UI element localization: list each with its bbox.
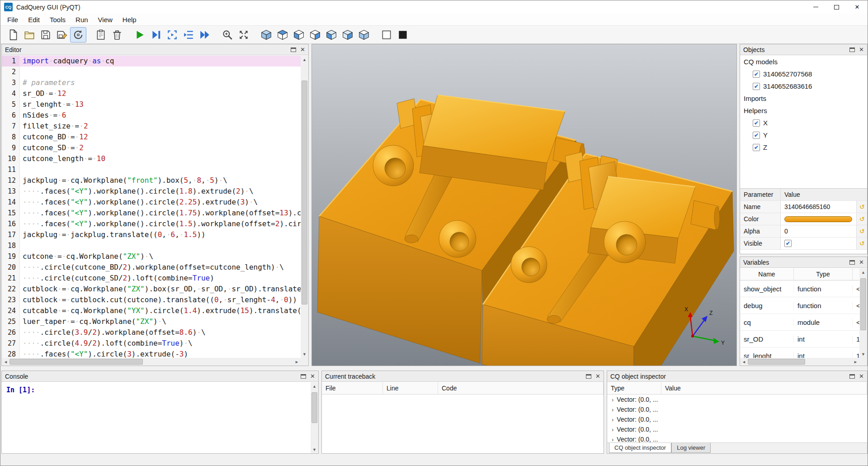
render-button[interactable] — [132, 27, 148, 43]
console-vertical-scrollbar[interactable]: ▲ ▼ — [311, 382, 318, 453]
tree-group-cq-models[interactable]: CQ models — [740, 56, 867, 68]
code-line[interactable]: 5sr_lenght·=·13 — [2, 99, 301, 110]
code-line[interactable]: 4sr_OD·=·12 — [2, 88, 301, 99]
color-swatch[interactable] — [784, 216, 852, 222]
chevron-right-icon[interactable]: › — [612, 426, 613, 433]
float-panel-icon[interactable] — [291, 48, 296, 52]
zoom-button[interactable] — [219, 27, 236, 43]
tab-cq-object-inspector[interactable]: CQ object inspector — [609, 443, 671, 453]
scroll-track[interactable] — [859, 276, 867, 350]
tree-item-model[interactable]: 3140652707568 — [740, 68, 867, 80]
code-line[interactable]: 13····.faces("<Y").workplane().circle(1.… — [2, 186, 301, 197]
scroll-thumb[interactable] — [302, 81, 307, 304]
code-line[interactable]: 20····.circle(cutcone_BD/2).workplane(of… — [2, 262, 301, 273]
variable-row[interactable]: debugfunction<f — [740, 297, 859, 314]
code-line[interactable]: 26····.circle(3.9/2).workplane(offset=8.… — [2, 327, 301, 338]
code-line[interactable]: 18 — [2, 240, 301, 251]
variable-row[interactable]: show_objectfunction<f — [740, 281, 859, 297]
menu-view[interactable]: View — [93, 14, 118, 25]
traceback-header-file[interactable]: File — [322, 382, 383, 394]
code-line[interactable]: 16····.faces("<Y").workplane().circle(1.… — [2, 219, 301, 229]
variables-header-name[interactable]: Name — [740, 268, 794, 280]
step-over-button[interactable] — [180, 27, 197, 43]
code-line[interactable]: 17jackplug·=·jackplug.translate((0,·6,·1… — [2, 229, 301, 240]
view-bottom-button[interactable] — [356, 27, 372, 43]
float-panel-icon[interactable] — [849, 260, 855, 265]
minimize-button[interactable] — [805, 0, 826, 14]
variable-row[interactable]: cqmodule<m — [740, 314, 859, 331]
chevron-right-icon[interactable]: › — [612, 406, 613, 413]
variables-header-type[interactable]: Type — [794, 268, 853, 280]
inspector-row[interactable]: ›Vector: (0.0, ... — [607, 404, 867, 414]
visible-checkbox[interactable] — [784, 240, 792, 247]
code-line[interactable]: 6nSides·=·6 — [2, 110, 301, 121]
maximize-button[interactable] — [826, 0, 847, 14]
reset-property-button[interactable]: ↺ — [856, 238, 867, 249]
float-panel-icon[interactable] — [586, 374, 591, 379]
tree-item-model[interactable]: 3140652683616 — [740, 80, 867, 92]
menu-file[interactable]: File — [2, 14, 23, 25]
close-panel-icon[interactable]: ✕ — [310, 373, 315, 379]
scroll-up-icon[interactable]: ▲ — [301, 56, 308, 63]
scroll-down-icon[interactable]: ▼ — [859, 350, 867, 358]
menu-tools[interactable]: Tools — [45, 14, 71, 25]
scroll-up-icon[interactable]: ▲ — [859, 268, 867, 276]
reset-property-button[interactable]: ↺ — [856, 213, 867, 225]
float-panel-icon[interactable] — [849, 374, 855, 379]
editor-horizontal-scrollbar[interactable]: ◄ ► — [2, 358, 301, 366]
inspector-row[interactable]: ›Vector: (0.0, ... — [607, 395, 867, 404]
scroll-left-icon[interactable]: ◄ — [740, 358, 748, 366]
variable-row[interactable]: sr_ODint12 — [740, 331, 859, 347]
inspector-row[interactable]: ›Vector: (0.0, ... — [607, 414, 867, 424]
code-line[interactable]: 15····.faces("<Y").workplane().circle(1.… — [2, 208, 301, 219]
variable-row[interactable]: sr_lenghtint13 — [740, 347, 859, 358]
tab-log-viewer[interactable]: Log viewer — [671, 443, 711, 453]
reset-property-button[interactable]: ↺ — [856, 201, 867, 213]
scroll-up-icon[interactable]: ▲ — [311, 382, 318, 390]
chevron-right-icon[interactable]: › — [612, 436, 613, 443]
autoreload-button[interactable] — [70, 27, 86, 43]
float-panel-icon[interactable] — [301, 374, 306, 379]
code-line[interactable]: 27····.circle(4.9/2).loft(combine=True)·… — [2, 338, 301, 349]
checkbox[interactable] — [753, 119, 760, 127]
float-panel-icon[interactable] — [849, 48, 855, 52]
tree-item-helper[interactable]: Y — [740, 129, 867, 141]
reset-property-button[interactable]: ↺ — [856, 225, 867, 237]
view-right-button[interactable] — [307, 27, 323, 43]
code-line[interactable]: 22cutblock·=·cq.Workplane("ZX").box(sr_O… — [2, 284, 301, 295]
shaded-button[interactable] — [395, 27, 411, 43]
code-line[interactable]: 3# parameters — [2, 77, 301, 88]
step-frame-button[interactable] — [164, 27, 180, 43]
scroll-track[interactable] — [9, 358, 293, 366]
scroll-thumb[interactable] — [748, 359, 805, 365]
close-panel-icon[interactable]: ✕ — [859, 47, 864, 52]
scroll-right-icon[interactable]: ► — [293, 358, 301, 366]
scroll-thumb[interactable] — [311, 392, 317, 423]
menu-edit[interactable]: Edit — [23, 14, 45, 25]
menu-run[interactable]: Run — [71, 14, 93, 25]
code-line[interactable]: 24cutcable·=·cq.Workplane("YX").circle(1… — [2, 305, 301, 316]
console-input-area[interactable]: In [1]: — [2, 382, 311, 453]
delete-button[interactable] — [109, 27, 125, 43]
code-line[interactable]: 7fillet_size·=·2 — [2, 121, 301, 132]
inspector-row[interactable]: ›Vector: (0.0, ... — [607, 434, 867, 442]
checkbox[interactable] — [753, 83, 760, 90]
traceback-header-line[interactable]: Line — [383, 382, 438, 394]
debug-button[interactable] — [148, 27, 164, 43]
inspector-row[interactable]: ›Vector: (0.0, ... — [607, 424, 867, 434]
view-top-button[interactable] — [274, 27, 291, 43]
close-button[interactable]: ✕ — [847, 0, 868, 14]
scroll-down-icon[interactable]: ▼ — [311, 446, 318, 453]
tree-group-helpers[interactable]: Helpers — [740, 105, 867, 117]
clipboard-button[interactable] — [93, 27, 109, 43]
tree-item-helper[interactable]: X — [740, 117, 867, 129]
property-value[interactable]: 0 — [781, 225, 856, 237]
tree-group-imports[interactable]: Imports — [740, 92, 867, 105]
code-line[interactable]: 10cutcone_length·=·10 — [2, 153, 301, 164]
open-file-button[interactable] — [21, 27, 38, 43]
continue-button[interactable] — [197, 27, 213, 43]
close-panel-icon[interactable]: ✕ — [595, 373, 600, 379]
variables-vertical-scrollbar[interactable]: ▲ ▼ — [859, 268, 867, 358]
close-panel-icon[interactable]: ✕ — [859, 259, 864, 265]
inspector-header-value[interactable]: Value — [661, 382, 867, 394]
